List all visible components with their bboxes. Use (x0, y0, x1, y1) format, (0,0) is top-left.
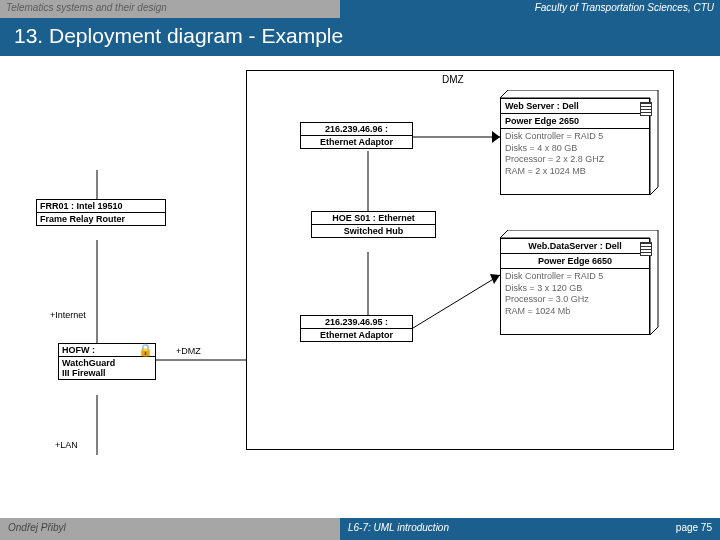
data-server-attrs: Disk Controller = RAID 5 Disks = 3 x 120… (501, 269, 649, 320)
frame-relay-router: FRR01 : Intel 19510 Frame Relay Router (36, 199, 166, 226)
header-left: Telematics systems and their design (0, 0, 340, 18)
data-server-node: Web.DataServer : Dell Power Edge 6650 Di… (500, 230, 650, 335)
footer-author: Ondřej Přibyl (0, 518, 340, 540)
web-server-title1: Web Server : Dell (501, 99, 649, 114)
internet-label: +Internet (50, 310, 86, 320)
header-right: Faculty of Transportation Sciences, CTU (340, 0, 720, 18)
data-server-title1: Web.DataServer : Dell (501, 239, 649, 254)
server-icon (640, 242, 652, 256)
web-server-attrs: Disk Controller = RAID 5 Disks = 4 x 80 … (501, 129, 649, 180)
dmz-frame-label: DMZ (442, 74, 464, 85)
web-server-title2: Power Edge 2650 (501, 114, 649, 129)
slide-title: 13. Deployment diagram - Example (0, 18, 720, 56)
data-server-title2: Power Edge 6650 (501, 254, 649, 269)
diagram-canvas: DMZ Web Server : Dell Power Edge 2650 Di… (0, 60, 720, 515)
ethernet-adaptor-2: 216.239.46.95 : Ethernet Adaptor (300, 315, 413, 342)
web-server-node: Web Server : Dell Power Edge 2650 Disk C… (500, 90, 650, 195)
footer-bar: Ondřej Přibyl L6-7: UML introduction pag… (0, 518, 720, 540)
footer-page: page 75 (676, 522, 712, 536)
header-bar: Telematics systems and their design Facu… (0, 0, 720, 18)
lan-label: +LAN (55, 440, 78, 450)
footer-lecture: L6-7: UML introduction (348, 522, 449, 536)
dmz-edge-label: +DMZ (176, 346, 201, 356)
lock-icon: 🔒 (138, 343, 153, 357)
ethernet-hub: HOE S01 : Ethernet Switched Hub (311, 211, 436, 238)
server-icon (640, 102, 652, 116)
ethernet-adaptor-1: 216.239.46.96 : Ethernet Adaptor (300, 122, 413, 149)
firewall-node: HOFW : 🔒 WatchGuard III Firewall (58, 343, 156, 380)
